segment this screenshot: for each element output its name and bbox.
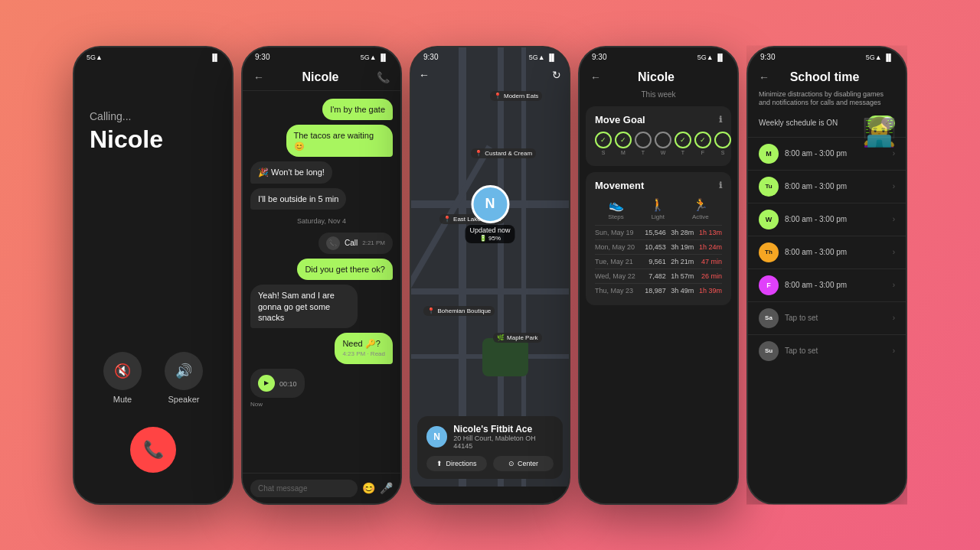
call-text: Call	[345, 239, 358, 247]
msg-recv-2: I'll be outside in 5 min	[250, 188, 346, 210]
phone-map: 9:30 5G▲ ▐▌ 📍 Modern Eats	[410, 46, 570, 505]
day-f: F	[694, 132, 711, 155]
status-icons-2: 5G▲ ▐▌	[361, 54, 388, 61]
center-button[interactable]: ⊙ Center	[493, 456, 554, 471]
time-2: 9:30	[255, 53, 270, 61]
audio-time: 00:10	[279, 380, 297, 388]
mic-icon[interactable]: 🎤	[380, 482, 393, 494]
day-label-t2: T	[681, 150, 684, 155]
map-refresh-button[interactable]: ↻	[552, 69, 561, 81]
light-5: 3h 49m	[666, 287, 694, 295]
call-icon-2[interactable]: 📞	[377, 71, 390, 83]
emoji-icon[interactable]: 😊	[362, 482, 375, 494]
speaker-button[interactable]: 🔊 Speaker	[165, 352, 203, 404]
movement-row-1: Sun, May 19 15,546 3h 28m 1h 13m	[595, 225, 722, 239]
map-card-info: Nicole's Fitbit Ace 20 Hill Court, Mable…	[453, 424, 554, 450]
day-circle-s1	[595, 132, 612, 148]
map-screen: 📍 Modern Eats 📍 Custard & Cream 📍 East L…	[411, 47, 569, 487]
day-circle-w	[655, 132, 671, 148]
back-icon-2[interactable]: ←	[253, 71, 264, 83]
status-bar-3: 9:30 5G▲ ▐▌	[411, 47, 569, 64]
day-circle-f	[694, 132, 711, 148]
day-circle-m	[615, 132, 632, 148]
audio-message: ▶ 00:10	[250, 369, 305, 398]
center-icon: ⊙	[508, 460, 514, 467]
speaker-icon: 🔊	[165, 352, 203, 390]
time-3: 9:30	[423, 53, 438, 61]
place-custard: 📍 Custard & Cream	[471, 148, 536, 158]
messages-contact-name: Nicole	[302, 70, 338, 84]
schedule-item-tu[interactable]: Tu 8:00 am - 3:00 pm ›	[748, 170, 906, 203]
schedule-item-w[interactable]: W 8:00 am - 3:00 pm ›	[748, 203, 906, 236]
end-call-button[interactable]: 📞	[130, 427, 176, 473]
place-name-4: Bohemian Boutique	[437, 308, 491, 314]
place-pin-icon-2: 📍	[475, 150, 482, 157]
steps-icon-wrap: 👟 Steps	[608, 197, 623, 220]
schedule-item-su[interactable]: Su Tap to set ›	[748, 334, 906, 367]
schedule-item-th[interactable]: Th 8:00 am - 3:00 pm ›	[748, 236, 906, 268]
chat-input[interactable]: Chat message	[250, 480, 358, 497]
chevron-f: ›	[893, 281, 895, 289]
map-card-header: N Nicole's Fitbit Ace 20 Hill Court, Mab…	[426, 424, 554, 450]
time-4: 9:30	[592, 53, 606, 61]
time-5: 9:30	[760, 53, 775, 61]
phone-calling: 5G▲ ▐▌ Calling... Nicole 🔇 Mute 🔊 Speake…	[73, 46, 234, 505]
back-icon-4[interactable]: ←	[590, 71, 601, 83]
place-pin-icon: 📍	[494, 93, 501, 99]
call-controls: 🔇 Mute 🔊 Speaker	[90, 352, 217, 404]
info-icon-2[interactable]: ℹ	[719, 181, 722, 190]
schedule-item-f[interactable]: F 8:00 am - 3:00 pm ›	[748, 268, 906, 301]
day-w: W	[655, 132, 671, 155]
day-badge-sa: Sa	[759, 308, 779, 328]
schedule-time-th: 8:00 am - 3:00 pm	[785, 248, 887, 256]
day-circle-t1	[635, 132, 652, 148]
movement-icons: 👟 Steps 🚶 Light 🏃 Active	[595, 197, 722, 220]
schedule-time-w: 8:00 am - 3:00 pm	[785, 215, 887, 223]
map-card-name: Nicole's Fitbit Ace	[453, 424, 554, 434]
steps-icon: 👟	[609, 197, 624, 212]
directions-icon: ⬆	[436, 460, 443, 467]
mute-button[interactable]: 🔇 Mute	[103, 352, 142, 404]
map-card-avatar: N	[426, 426, 447, 447]
steps-1: 15,546	[639, 229, 666, 236]
msg-sent-3: Did you get there ok?	[297, 259, 393, 280]
place-name-1: Modern Eats	[504, 93, 538, 99]
active-4: 26 min	[694, 272, 722, 280]
signal-5: 5G▲ ▐▌	[866, 54, 893, 61]
map-back-button[interactable]: ←	[419, 69, 430, 81]
signal-3: 5G▲ ▐▌	[529, 54, 557, 61]
active-1: 1h 13m	[694, 229, 722, 236]
light-4: 1h 57m	[666, 272, 694, 280]
center-label: Center	[518, 460, 538, 467]
info-icon-1[interactable]: ℹ	[719, 115, 722, 125]
msg-sent-4: Need 🔑? 4:23 PM · Read	[335, 333, 393, 364]
active-icon-wrap: 🏃 Active	[692, 197, 709, 220]
movement-row-5: Thu, May 23 18,987 3h 49m 1h 39m	[595, 283, 722, 298]
schedule-title: School time	[769, 70, 880, 84]
back-icon-5[interactable]: ←	[759, 71, 769, 83]
call-time: 2:21 PM	[362, 239, 385, 246]
map-pin-avatar: N	[471, 185, 509, 223]
messages-list: I'm by the gate The tacos are waiting 😊 …	[243, 91, 400, 473]
map-location-pin: N Updated now🔋 95%	[465, 185, 514, 243]
play-button[interactable]: ▶	[258, 375, 275, 392]
status-icons-3: 5G▲ ▐▌	[529, 54, 557, 61]
schedule-time-tu: 8:00 am - 3:00 pm	[785, 182, 887, 190]
schedule-item-sa[interactable]: Sa Tap to set ›	[748, 301, 906, 334]
directions-button[interactable]: ⬆ Directions	[426, 456, 487, 471]
messages-header: ← Nicole 📞	[243, 64, 400, 91]
msg-sent-2: The tacos are waiting 😊	[286, 125, 394, 158]
steps-4: 7,482	[639, 272, 666, 280]
tap-to-set-sa: Tap to set	[785, 314, 887, 322]
movement-section: Movement ℹ 👟 Steps 🚶 Light 🏃 Active	[586, 172, 731, 305]
status-bar-4: 9:30 5G▲ ▐▌	[580, 47, 737, 64]
status-bar-1: 5G▲ ▐▌	[74, 47, 232, 64]
light-3: 2h 21m	[666, 258, 694, 265]
day-s1: S	[595, 132, 612, 155]
directions-label: Directions	[446, 460, 476, 467]
place-name-5: Maple Park	[507, 334, 537, 341]
day-badge-m: M	[759, 144, 779, 164]
tap-to-set-su: Tap to set	[785, 347, 887, 355]
day-label-s2: S	[721, 150, 725, 155]
status-bar-2: 9:30 5G▲ ▐▌	[243, 47, 400, 64]
